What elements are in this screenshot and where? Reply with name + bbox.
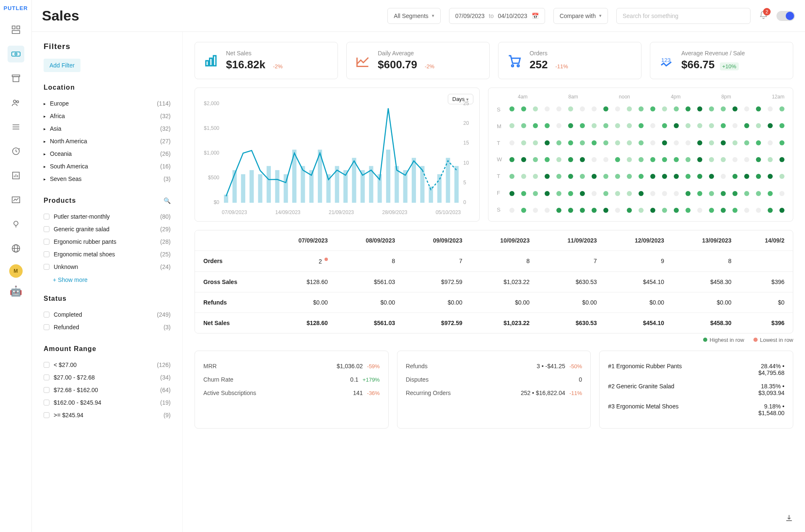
heat-dot	[615, 157, 620, 162]
heat-dot	[686, 106, 691, 111]
filter-item[interactable]: Ergonomic rubber pants(28)	[44, 235, 171, 248]
heat-dot	[627, 106, 632, 111]
heat-dot	[580, 208, 585, 213]
filters-panel: Filters Add Filter Location ▸Europe(114)…	[32, 32, 183, 532]
heat-dot	[768, 157, 773, 162]
heat-dot	[686, 123, 691, 128]
heat-dot	[639, 140, 644, 145]
nav-reports-icon[interactable]	[8, 167, 24, 184]
heat-dot	[756, 140, 761, 145]
heat-dot	[580, 157, 585, 162]
heat-dot	[556, 123, 561, 128]
filter-item[interactable]: Refunded(3)	[44, 321, 171, 333]
filter-item[interactable]: ▸Seven Seas(3)	[44, 173, 171, 185]
notifications-button[interactable]: 2	[759, 10, 768, 21]
products-title: Products	[44, 197, 76, 204]
show-more-products[interactable]: + Show more	[44, 273, 171, 283]
filter-item[interactable]: Unknown(24)	[44, 261, 171, 273]
heat-dot	[556, 157, 561, 162]
compare-dropdown[interactable]: Compare with ▾	[553, 8, 608, 24]
filter-item[interactable]: ▸Europe(114)	[44, 97, 171, 110]
heat-dot	[627, 123, 632, 128]
heat-dot	[768, 140, 773, 145]
svg-rect-51	[412, 158, 416, 203]
heat-dot	[662, 123, 667, 128]
kpi-card[interactable]: Net Sales$16.82k-2%	[195, 42, 338, 79]
heat-dot	[709, 191, 714, 196]
nav-subscriptions-icon[interactable]	[8, 143, 24, 160]
filter-item[interactable]: Putler starter-monthly(80)	[44, 210, 171, 223]
segments-dropdown[interactable]: All Segments ▾	[387, 8, 440, 24]
topbar: Sales All Segments ▾ 07/09/2023 to 04/10…	[32, 0, 805, 32]
heat-dot	[674, 157, 679, 162]
nav-insights-icon[interactable]	[8, 216, 24, 232]
heat-dot	[533, 123, 538, 128]
download-icon[interactable]	[785, 514, 793, 524]
help-bot-icon[interactable]: 🤖	[10, 285, 22, 297]
nav-customers-icon[interactable]	[8, 94, 24, 111]
heat-dot	[509, 106, 514, 111]
theme-toggle[interactable]	[776, 11, 795, 21]
heat-dot	[580, 123, 585, 128]
heat-dot	[650, 208, 655, 213]
status-title: Status	[44, 295, 67, 302]
heat-dot	[744, 157, 749, 162]
filter-item[interactable]: ▸Asia(32)	[44, 122, 171, 135]
filter-item[interactable]: ▸Africa(32)	[44, 110, 171, 122]
heat-dot	[545, 106, 550, 111]
heat-dot	[603, 123, 608, 128]
filter-item[interactable]: < $27.00(126)	[44, 359, 171, 371]
filter-item[interactable]: Ergonomic metal shoes(25)	[44, 248, 171, 261]
kpi-card[interactable]: Daily Average$600.79-2%	[346, 42, 490, 79]
filter-item[interactable]: >= $245.94(9)	[44, 409, 171, 421]
heat-dot	[779, 208, 784, 213]
svg-point-7	[13, 100, 16, 103]
filter-item[interactable]: ▸Oceania(26)	[44, 147, 171, 160]
heat-dot	[721, 191, 726, 196]
heat-dot	[533, 191, 538, 196]
svg-text:123: 123	[661, 57, 671, 63]
search-icon[interactable]: 🔍	[164, 197, 171, 204]
heat-dot	[533, 208, 538, 213]
heat-dot	[744, 208, 749, 213]
filter-item[interactable]: ▸North America(27)	[44, 135, 171, 147]
date-to: 04/10/2023	[498, 13, 527, 19]
add-filter-button[interactable]: Add Filter	[44, 59, 80, 72]
filter-item[interactable]: ▸South America(16)	[44, 160, 171, 173]
nav-sales-icon[interactable]	[8, 46, 24, 62]
filter-item[interactable]: $162.00 - $245.94(19)	[44, 396, 171, 409]
heat-dot	[709, 157, 714, 162]
heat-dot	[686, 140, 691, 145]
chevron-down-icon: ▾	[432, 13, 434, 18]
heat-dot	[721, 140, 726, 145]
search-input[interactable]: Search for something	[616, 8, 750, 24]
heat-dot	[732, 106, 737, 111]
heat-dot	[627, 140, 632, 145]
filter-item[interactable]: Completed(249)	[44, 308, 171, 321]
filter-item[interactable]: Generic granite salad(29)	[44, 223, 171, 235]
heatmap-chart: 4am8amnoon4pm8pm12am SMTWTFS	[488, 88, 793, 222]
svg-rect-24	[210, 58, 212, 66]
nav-trends-icon[interactable]	[8, 191, 24, 208]
svg-rect-25	[213, 56, 216, 66]
filter-item[interactable]: $27.00 - $72.68(34)	[44, 371, 171, 384]
heat-dot	[650, 191, 655, 196]
heat-dot	[721, 106, 726, 111]
nav-list-icon[interactable]	[8, 119, 24, 135]
nav-dashboard-icon[interactable]	[8, 21, 24, 38]
kpi-card[interactable]: Orders252-11%	[498, 42, 641, 79]
date-range-control[interactable]: 07/09/2023 to 04/10/2023 📅	[449, 8, 545, 24]
heat-dot	[662, 174, 667, 179]
data-table[interactable]: 07/09/202308/09/202309/09/202310/09/2023…	[195, 230, 793, 333]
nav-web-icon[interactable]	[8, 240, 24, 257]
kpi-card[interactable]: 123Average Revenue / Sale$66.75+10%	[650, 42, 793, 79]
filter-item[interactable]: $72.68 - $162.00(64)	[44, 384, 171, 396]
heat-dot	[556, 106, 561, 111]
user-avatar[interactable]: M	[9, 264, 23, 278]
page-title: Sales	[42, 8, 79, 24]
nav-archive-icon[interactable]	[8, 70, 24, 87]
heat-dot	[509, 174, 514, 179]
heat-dot	[639, 106, 644, 111]
segments-label: All Segments	[394, 13, 428, 19]
filter-group-location: Location ▸Europe(114)▸Africa(32)▸Asia(32…	[44, 84, 171, 185]
